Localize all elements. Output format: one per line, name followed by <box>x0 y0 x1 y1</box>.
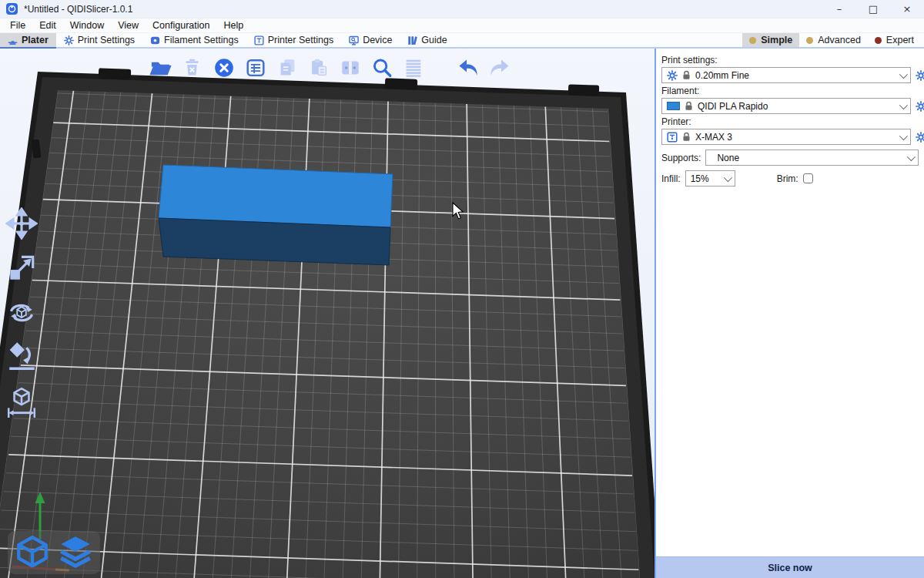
mode-selector: Simple Advanced Expert <box>742 33 924 47</box>
search-icon <box>370 56 393 79</box>
3d-viewport[interactable] <box>0 49 654 578</box>
layer-bars-icon <box>402 56 425 79</box>
expert-dot-icon <box>875 37 882 44</box>
advanced-dot-icon <box>806 37 813 44</box>
preview-layers-button[interactable] <box>57 534 94 571</box>
printer-select[interactable]: X-MAX 3 <box>661 129 911 145</box>
paste-icon <box>307 56 330 79</box>
menu-help[interactable]: Help <box>216 18 250 33</box>
search-button[interactable] <box>369 55 394 80</box>
delete-all-button[interactable] <box>211 55 236 80</box>
device-monitor-icon <box>349 35 359 45</box>
arrange-button[interactable] <box>243 55 268 80</box>
filament-gear-button[interactable] <box>916 101 924 112</box>
printer-value: X-MAX 3 <box>695 132 895 143</box>
move-icon <box>5 207 38 240</box>
tab-printer-settings[interactable]: Printer Settings <box>246 33 341 47</box>
paste-button[interactable] <box>306 55 331 80</box>
place-on-face-tool-button[interactable] <box>5 341 38 374</box>
filament-color-swatch <box>667 102 680 110</box>
chevron-down-icon <box>899 131 908 139</box>
gear-icon <box>667 70 678 81</box>
title-bar: *Untitled - QIDISlicer-1.0.1 – □ × <box>0 0 924 18</box>
layers-stack-icon <box>57 534 94 571</box>
printer-gear-button[interactable] <box>916 132 924 143</box>
viewport-toolbar <box>148 55 512 80</box>
slice-now-button[interactable]: Slice now <box>656 556 924 578</box>
place-on-face-icon <box>5 341 38 374</box>
undo-button[interactable] <box>455 55 480 80</box>
menu-edit[interactable]: Edit <box>32 18 63 33</box>
variable-layer-height-button[interactable] <box>400 55 426 80</box>
measure-icon <box>5 386 38 418</box>
simple-dot-icon <box>749 37 756 44</box>
tab-filament-settings[interactable]: Filament Settings <box>142 33 246 47</box>
settings-panel: Print settings: 0.20mm Fine Filament: QI… <box>654 49 924 578</box>
chevron-down-icon <box>899 100 908 109</box>
close-button[interactable]: × <box>890 0 924 18</box>
print-settings-select[interactable]: 0.20mm Fine <box>661 67 911 83</box>
arrange-icon <box>244 56 267 79</box>
lock-icon <box>682 132 691 142</box>
menu-file[interactable]: File <box>3 18 32 33</box>
redo-button[interactable] <box>487 55 512 80</box>
view-mode-toggle <box>8 531 100 574</box>
delete-button[interactable] <box>179 55 205 80</box>
supports-label: Supports: <box>661 153 701 163</box>
chevron-down-icon <box>899 69 908 78</box>
3d-cube-icon <box>14 534 51 571</box>
gear-icon <box>916 132 924 143</box>
printer-label: Printer: <box>661 116 919 127</box>
tab-bar: Plater Print Settings Filament Settings … <box>0 33 924 49</box>
app-icon <box>6 3 18 15</box>
tab-guide[interactable]: Guide <box>400 33 454 47</box>
rotate-icon <box>5 297 38 329</box>
print-bed <box>0 68 654 578</box>
infill-label: Infill: <box>661 173 681 184</box>
infill-select[interactable]: 15% <box>685 170 735 187</box>
scale-tool-button[interactable] <box>5 252 38 284</box>
lock-icon <box>682 70 691 80</box>
maximize-button[interactable]: □ <box>856 0 890 18</box>
gear-icon <box>916 70 924 81</box>
menu-configuration[interactable]: Configuration <box>146 18 216 33</box>
brim-checkbox[interactable] <box>803 173 813 183</box>
mode-simple[interactable]: Simple <box>742 33 799 47</box>
gear-icon <box>916 101 924 112</box>
printer-icon <box>667 132 678 143</box>
supports-value: None <box>711 153 902 163</box>
supports-select[interactable]: None <box>705 150 919 166</box>
plater-icon <box>8 35 18 45</box>
guide-books-icon <box>407 35 417 45</box>
split-icon <box>339 56 362 79</box>
rotate-tool-button[interactable] <box>5 297 38 329</box>
redo-icon <box>487 55 512 80</box>
tab-print-settings[interactable]: Print Settings <box>56 33 142 47</box>
open-folder-icon <box>149 55 172 79</box>
gear-icon <box>64 35 74 45</box>
editor-view-button[interactable] <box>14 534 51 571</box>
window-title: *Untitled - QIDISlicer-1.0.1 <box>24 4 132 15</box>
minimize-button[interactable]: – <box>822 0 856 18</box>
menu-window[interactable]: Window <box>63 18 111 33</box>
open-project-button[interactable] <box>148 55 173 80</box>
print-settings-label: Print settings: <box>661 55 919 66</box>
measure-tool-button[interactable] <box>5 386 38 418</box>
filament-icon <box>150 35 160 45</box>
tab-plater[interactable]: Plater <box>0 33 56 47</box>
undo-icon <box>456 55 480 80</box>
model-box-object[interactable] <box>159 165 393 265</box>
mode-expert[interactable]: Expert <box>868 33 921 47</box>
print-settings-gear-button[interactable] <box>916 70 924 81</box>
menu-bar: File Edit Window View Configuration Help <box>0 18 924 33</box>
mode-advanced[interactable]: Advanced <box>799 33 868 47</box>
object-manipulation-toolbar <box>5 207 38 418</box>
menu-view[interactable]: View <box>111 18 146 33</box>
tab-device[interactable]: Device <box>341 33 400 47</box>
3d-scene-canvas <box>0 49 654 578</box>
copy-button[interactable] <box>274 55 300 80</box>
printer-icon <box>254 35 264 45</box>
filament-select[interactable]: QIDI PLA Rapido <box>661 98 911 114</box>
split-button[interactable] <box>337 55 363 80</box>
move-tool-button[interactable] <box>5 207 38 240</box>
